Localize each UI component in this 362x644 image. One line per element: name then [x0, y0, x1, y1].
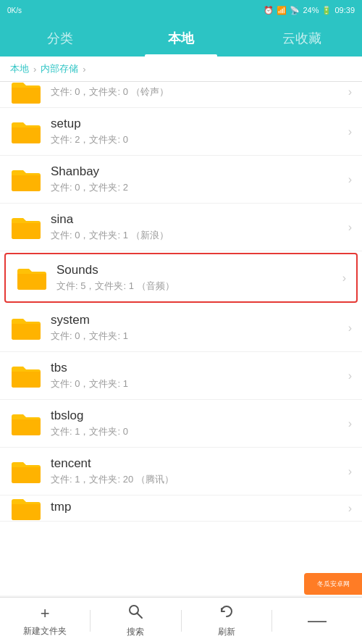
breadcrumb: 本地 › 内部存储 › [0, 57, 362, 82]
nav-new-folder-label: 新建文件夹 [23, 625, 67, 637]
list-item-tbs[interactable]: tbs 文件: 0，文件夹: 1 › [0, 352, 362, 400]
breadcrumb-sep-2: › [83, 64, 85, 75]
file-info-tencent: tencent 文件: 1，文件夹: 20 （腾讯） [51, 456, 344, 486]
refresh-icon [219, 603, 235, 624]
breadcrumb-sep-1: › [33, 64, 36, 75]
file-name-sina: sina [51, 212, 344, 227]
file-meta-setup: 文件: 2，文件夹: 0 [51, 133, 344, 146]
svg-line-1 [138, 614, 143, 619]
wifi-icon: 📶 [277, 6, 287, 15]
nav-new-folder[interactable]: + 新建文件夹 [0, 604, 90, 637]
nav-refresh[interactable]: 刷新 [182, 603, 272, 638]
chevron-icon-setup: › [348, 125, 352, 138]
list-item-sina[interactable]: sina 文件: 0，文件夹: 1 （新浪） › [0, 204, 362, 251]
file-meta-tbslog: 文件: 1，文件夹: 0 [51, 425, 344, 438]
nav-more[interactable]: — [272, 611, 362, 632]
file-meta-partial-top: 文件: 0，文件夹: 0 （铃声） [51, 85, 344, 99]
file-name-tmp: tmp [51, 500, 344, 514]
file-meta-tbs: 文件: 0，文件夹: 1 [51, 377, 344, 390]
list-item-system[interactable]: system 文件: 0，文件夹: 1 › [0, 304, 362, 352]
file-info-partial-top: 文件: 0，文件夹: 0 （铃声） [51, 85, 344, 99]
folder-icon-tbslog [10, 411, 42, 437]
file-name-system: system [51, 313, 344, 327]
alarm-icon: ⏰ [264, 6, 274, 15]
battery-icon: 🔋 [321, 6, 332, 15]
file-name-setup: setup [51, 117, 344, 131]
file-meta-system: 文件: 0，文件夹: 1 [51, 330, 344, 343]
tab-local[interactable]: 本地 [121, 20, 242, 57]
file-info-tmp: tmp [51, 500, 344, 517]
chevron-icon-tencent: › [348, 465, 352, 478]
search-icon [127, 603, 143, 624]
list-item-setup[interactable]: setup 文件: 2，文件夹: 0 › [0, 108, 362, 156]
list-item-tencent[interactable]: tencent 文件: 1，文件夹: 20 （腾讯） › [0, 448, 362, 495]
tab-bar: 分类 本地 云收藏 [0, 20, 362, 57]
breadcrumb-local[interactable]: 本地 [10, 62, 29, 75]
clock: 09:39 [334, 6, 355, 14]
chevron-icon-tbslog: › [348, 417, 352, 430]
file-meta-sina: 文件: 0，文件夹: 1 （新浪） [51, 229, 344, 242]
file-name-tbslog: tbslog [51, 409, 344, 423]
folder-icon-tencent [10, 459, 42, 485]
folder-icon-tbs [10, 363, 42, 389]
folder-icon-setup [10, 119, 42, 145]
more-icon: — [308, 611, 327, 630]
signal-icon: 📡 [290, 6, 300, 15]
folder-icon-sounds [16, 265, 48, 291]
file-name-tbs: tbs [51, 361, 344, 375]
chevron-icon-shanbay: › [348, 173, 352, 186]
list-item-tmp[interactable]: tmp › [0, 495, 362, 522]
tab-category[interactable]: 分类 [0, 20, 121, 57]
breadcrumb-internal[interactable]: 内部存储 [41, 62, 78, 75]
plus-icon: + [41, 604, 50, 623]
file-name-shanbay: Shanbay [51, 164, 344, 179]
file-info-tbslog: tbslog 文件: 1，文件夹: 0 [51, 409, 344, 438]
file-list: 文件: 0，文件夹: 0 （铃声） › setup 文件: 2，文件夹: 0 ›… [0, 82, 362, 595]
chevron-icon-sounds: › [342, 272, 346, 285]
tab-cloud[interactable]: 云收藏 [241, 20, 362, 57]
folder-icon [10, 82, 42, 105]
file-meta-tencent: 文件: 1，文件夹: 20 （腾讯） [51, 473, 344, 486]
file-name-tencent: tencent [51, 456, 344, 471]
file-meta-sounds: 文件: 5，文件夹: 1 （音频） [56, 280, 338, 293]
bottom-nav: + 新建文件夹 搜索 刷新 — [0, 597, 362, 644]
status-speed: 0K/s [7, 7, 22, 14]
chevron-icon-system: › [348, 322, 352, 335]
folder-icon-sina [10, 214, 42, 241]
folder-icon-system [10, 315, 42, 341]
file-info-tbs: tbs 文件: 0，文件夹: 1 [51, 361, 344, 390]
nav-search-label: 搜索 [127, 626, 144, 638]
file-info-sounds: Sounds 文件: 5，文件夹: 1 （音频） [56, 263, 338, 293]
nav-refresh-label: 刷新 [218, 626, 235, 638]
list-item-shanbay[interactable]: Shanbay 文件: 0，文件夹: 2 › [0, 156, 362, 204]
list-item-sounds[interactable]: Sounds 文件: 5，文件夹: 1 （音频） › [4, 253, 358, 303]
folder-icon-tmp [10, 495, 42, 522]
chevron-icon-tmp: › [348, 502, 352, 515]
list-item-partial-top[interactable]: 文件: 0，文件夹: 0 （铃声） › [0, 82, 362, 108]
folder-icon-shanbay [10, 167, 42, 193]
status-bar: 0K/s ⏰ 📶 📡 24% 🔋 09:39 [0, 0, 362, 20]
file-info-shanbay: Shanbay 文件: 0，文件夹: 2 [51, 164, 344, 194]
chevron-icon-tbs: › [348, 369, 352, 382]
file-name-sounds: Sounds [56, 263, 338, 277]
nav-search[interactable]: 搜索 [90, 603, 180, 638]
battery-text: 24% [303, 6, 319, 14]
chevron-icon: › [348, 85, 352, 99]
file-info-sina: sina 文件: 0，文件夹: 1 （新浪） [51, 212, 344, 242]
file-info-system: system 文件: 0，文件夹: 1 [51, 313, 344, 343]
list-item-tbslog[interactable]: tbslog 文件: 1，文件夹: 0 › [0, 400, 362, 448]
chevron-icon-sina: › [348, 221, 352, 234]
status-icons: ⏰ 📶 📡 24% 🔋 09:39 [264, 6, 355, 15]
file-info-setup: setup 文件: 2，文件夹: 0 [51, 117, 344, 146]
watermark: 冬瓜安卓网 [304, 573, 362, 595]
file-meta-shanbay: 文件: 0，文件夹: 2 [51, 181, 344, 194]
